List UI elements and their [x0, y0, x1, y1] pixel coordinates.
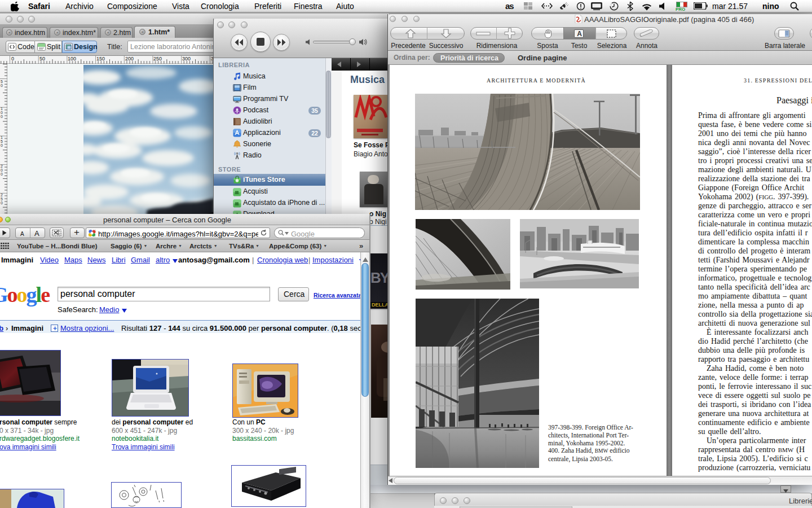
svg-text:5: 5: [1, 139, 3, 143]
svg-text:0: 0: [1, 111, 3, 115]
svg-text:1: 1: [1, 107, 3, 111]
svg-text:5: 5: [1, 80, 3, 84]
svg-text:2: 2: [1, 164, 3, 168]
svg-text:0: 0: [1, 84, 3, 87]
svg-text:0: 0: [1, 172, 3, 176]
svg-text:1: 1: [1, 135, 3, 139]
svg-text:0: 0: [1, 168, 3, 172]
svg-text:0: 0: [1, 143, 3, 147]
svg-text:0: 0: [1, 115, 3, 119]
svg-text:2: 2: [1, 193, 3, 197]
svg-text:5: 5: [1, 197, 3, 201]
svg-text:0: 0: [1, 201, 3, 205]
